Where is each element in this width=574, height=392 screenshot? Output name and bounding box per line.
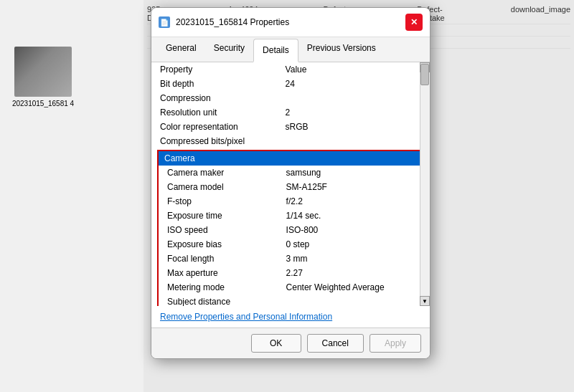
tab-general[interactable]: General [157,37,205,62]
dialog-icon: 📄 [159,16,170,28]
properties-table-top: Property Value Bit depth 24 Compression [151,62,430,148]
table-row: F-stop f/2.2 [159,194,423,209]
close-button[interactable]: ✕ [405,14,423,31]
table-row: Compressed bits/pixel [151,134,430,148]
file-thumbnail [14,47,72,97]
table-row: Resolution unit 2 [151,105,430,120]
scrollbar-thumb[interactable] [420,64,429,85]
table-row: Exposure bias 0 step [159,237,423,252]
tab-previous-versions[interactable]: Previous Versions [298,37,385,62]
table-row: Exposure time 1/14 sec. [159,209,423,223]
camera-section: Camera Camera maker samsung Camera model… [157,150,424,306]
background-panel: 20231015_16581 4 [0,0,144,392]
dialog-footer: OK Cancel Apply [151,328,430,358]
table-row: Bit depth 24 [151,77,430,91]
table-row: Subject distance [159,295,423,306]
tab-bar: General Security Details Previous Versio… [151,37,430,62]
thumbnail-image [14,47,72,97]
table-row: Compression [151,91,430,105]
cancel-button[interactable]: Cancel [307,334,364,353]
content-area: Property Value Bit depth 24 Compression [151,62,430,328]
tab-security[interactable]: Security [205,37,253,62]
scroll-container: Property Value Bit depth 24 Compression [151,62,430,306]
file-label: 20231015_16581 4 [12,100,74,107]
header-value: Value [277,62,413,77]
file-item[interactable]: 20231015_16581 4 [11,47,75,107]
apply-button[interactable]: Apply [370,334,421,353]
desktop: 20231015_16581 4 925-Det c4ce4604-19a2-4… [0,0,574,392]
table-row: Metering mode Center Weighted Average [159,280,423,295]
remove-properties-link[interactable]: Remove Properties and Personal Informati… [160,312,332,322]
table-row: Color representation sRGB [151,120,430,134]
camera-section-header: Camera [159,151,423,166]
scrollbar-down-button[interactable]: ▼ [420,296,430,306]
properties-dialog: 📄 20231015_165814 Properties ✕ General S… [151,7,430,359]
tab-details[interactable]: Details [253,39,298,62]
dialog-title: 20231015_165814 Properties [176,17,405,27]
ok-button[interactable]: OK [251,334,301,353]
title-bar: 📄 20231015_165814 Properties ✕ [151,8,430,37]
table-row: Camera model SM-A125F [159,180,423,194]
remove-link-container: Remove Properties and Personal Informati… [151,306,430,328]
table-row: Focal length 3 mm [159,252,423,266]
table-header-row: Property Value [151,62,430,77]
table-row: ISO speed ISO-800 [159,223,423,237]
table-row: Camera maker samsung [159,166,423,180]
scrollbar[interactable]: ▲ ▼ [420,62,430,306]
camera-properties-table: Camera maker samsung Camera model SM-A12… [159,166,423,306]
header-property: Property [151,62,277,77]
table-row: Max aperture 2.27 [159,266,423,280]
